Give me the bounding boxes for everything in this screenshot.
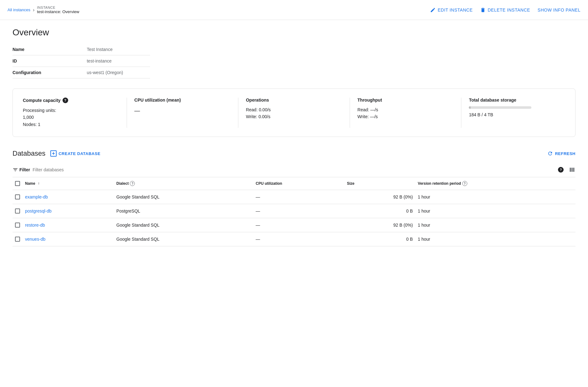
row-dialect: Google Standard SQL (116, 232, 256, 246)
storage-section: Total database storage 184 B / 4 TB (469, 98, 565, 128)
create-database-label: CREATE DATABASE (58, 151, 100, 156)
row-checkbox-cell[interactable] (13, 204, 25, 218)
compute-capacity-section: Compute capacity ? Processing units: 1,0… (23, 98, 127, 128)
breadcrumb-page-title: test-instance: Overview (37, 9, 79, 14)
row-size: 0 B (347, 204, 418, 218)
overview-key-config: Configuration (13, 67, 87, 78)
select-all-header[interactable] (13, 177, 25, 190)
overview-key-id: ID (13, 55, 87, 67)
top-actions: EDIT INSTANCE DELETE INSTANCE SHOW INFO … (430, 7, 580, 13)
db-name-link[interactable]: postgresql-db (25, 209, 52, 214)
row-cpu: — (256, 218, 347, 232)
refresh-label: REFRESH (555, 151, 575, 156)
refresh-icon (547, 151, 553, 156)
overview-value-config: us-west1 (Oregon) (87, 67, 150, 78)
table-row: example-db Google Standard SQL — 92 B (0… (13, 190, 575, 204)
filter-label: Filter (19, 167, 30, 172)
edit-instance-button[interactable]: EDIT INSTANCE (430, 7, 473, 13)
column-toggle-icon[interactable] (569, 166, 575, 173)
delete-icon (480, 7, 486, 13)
throughput-value: Read: —/s Write: —/s (357, 106, 454, 120)
operations-read: Read: 0.00/s (246, 106, 342, 113)
main-content: Overview Name Test Instance ID test-inst… (0, 20, 588, 254)
databases-title: Databases (13, 149, 45, 158)
row-dialect: Google Standard SQL (116, 190, 256, 204)
filter-icon: Filter (13, 167, 30, 173)
compute-capacity-help-icon[interactable]: ? (63, 98, 68, 103)
cpu-utilization-section: CPU utilization (mean) — (134, 98, 239, 128)
row-name: venues-db (25, 232, 116, 246)
table-header-row: Name ↑ Dialect ? CPU utilization Size Ve… (13, 177, 575, 190)
row-retention: 1 hour (418, 190, 575, 204)
row-checkbox-cell[interactable] (13, 218, 25, 232)
add-database-icon: + (50, 150, 57, 157)
edit-instance-label: EDIT INSTANCE (438, 8, 473, 13)
storage-bar-fill (469, 106, 471, 109)
retention-help-icon[interactable]: ? (462, 181, 467, 186)
dialect-help-icon[interactable]: ? (130, 181, 135, 186)
row-checkbox-cell[interactable] (13, 232, 25, 246)
overview-table: Name Test Instance ID test-instance Conf… (13, 44, 150, 78)
db-name-link[interactable]: restore-db (25, 223, 45, 228)
top-bar: All instances › INSTANCE test-instance: … (0, 0, 588, 20)
all-instances-link[interactable]: All instances (8, 8, 30, 12)
row-checkbox[interactable] (15, 194, 20, 199)
filter-input[interactable] (33, 167, 126, 172)
storage-text: 184 B / 4 TB (469, 111, 565, 118)
storage-label: Total database storage (469, 98, 565, 103)
cpu-column-header: CPU utilization (256, 177, 347, 190)
throughput-read: Read: —/s (357, 106, 454, 113)
overview-value-name: Test Instance (87, 44, 150, 55)
refresh-button[interactable]: REFRESH (547, 151, 575, 156)
storage-value: 184 B / 4 TB (469, 106, 565, 118)
databases-title-row: Databases + CREATE DATABASE (13, 149, 100, 158)
row-checkbox[interactable] (15, 223, 20, 228)
delete-instance-button[interactable]: DELETE INSTANCE (480, 7, 530, 13)
compute-capacity-label: Compute capacity ? (23, 98, 119, 103)
db-name-link[interactable]: example-db (25, 194, 48, 199)
row-dialect: PostgreSQL (116, 204, 256, 218)
database-table: Name ↑ Dialect ? CPU utilization Size Ve… (13, 177, 575, 246)
overview-row-id: ID test-instance (13, 55, 150, 67)
table-help-icon[interactable]: ? (558, 167, 564, 173)
row-retention: 1 hour (418, 218, 575, 232)
row-retention: 1 hour (418, 204, 575, 218)
breadcrumb-current: INSTANCE test-instance: Overview (37, 6, 79, 14)
row-cpu: — (256, 232, 347, 246)
row-name: example-db (25, 190, 116, 204)
retention-column-header: Version retention period ? (418, 177, 575, 190)
processing-units-label: Processing units: (23, 107, 119, 114)
row-name: restore-db (25, 218, 116, 232)
edit-icon (430, 7, 436, 13)
row-cpu: — (256, 204, 347, 218)
cpu-utilization-label: CPU utilization (mean) (134, 98, 231, 103)
create-database-button[interactable]: + CREATE DATABASE (50, 150, 100, 157)
row-checkbox[interactable] (15, 209, 20, 214)
databases-header: Databases + CREATE DATABASE REFRESH (13, 149, 575, 158)
row-checkbox-cell[interactable] (13, 190, 25, 204)
row-checkbox[interactable] (15, 237, 20, 242)
cpu-utilization-value: — (134, 106, 231, 115)
operations-section: Operations Read: 0.00/s Write: 0.00/s (246, 98, 350, 128)
name-column-header[interactable]: Name ↑ (25, 177, 116, 190)
storage-bar (469, 106, 531, 109)
page-title: Overview (13, 28, 575, 38)
operations-label: Operations (246, 98, 342, 103)
size-column-header: Size (347, 177, 418, 190)
dialect-column-header: Dialect ? (116, 177, 256, 190)
delete-instance-label: DELETE INSTANCE (488, 8, 530, 13)
show-info-panel-button[interactable]: SHOW INFO PANEL (538, 8, 580, 13)
row-cpu: — (256, 190, 347, 204)
throughput-section: Throughput Read: —/s Write: —/s (357, 98, 462, 128)
row-dialect: Google Standard SQL (116, 218, 256, 232)
table-row: venues-db Google Standard SQL — 0 B 1 ho… (13, 232, 575, 246)
throughput-label: Throughput (357, 98, 454, 103)
throughput-write: Write: —/s (357, 113, 454, 120)
row-size: 0 B (347, 232, 418, 246)
row-retention: 1 hour (418, 232, 575, 246)
filter-row: Filter ? (13, 163, 575, 177)
db-name-link[interactable]: venues-db (25, 237, 45, 242)
table-row: postgresql-db PostgreSQL — 0 B 1 hour (13, 204, 575, 218)
select-all-checkbox[interactable] (15, 181, 20, 186)
row-size: 92 B (0%) (347, 218, 418, 232)
